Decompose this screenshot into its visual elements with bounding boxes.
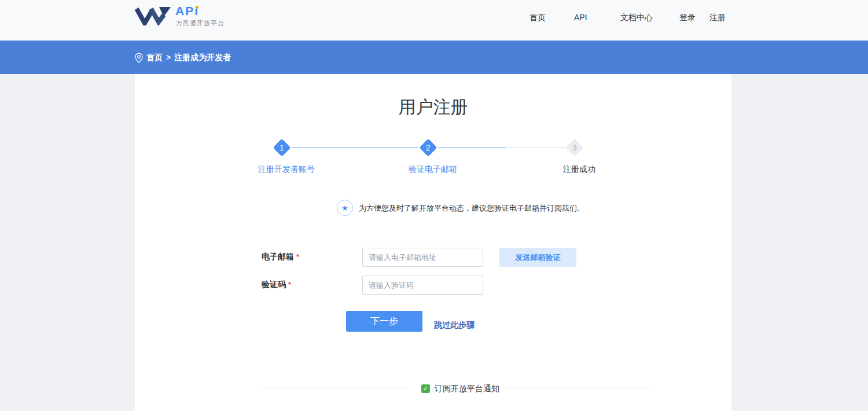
page-title: 用户注册 xyxy=(135,95,731,119)
breadcrumb: 首页>注册成为开发者 xyxy=(146,53,231,63)
page: APi 万邑通开放平台 首页 API 文档中心 登录 注册 首页>注册成为开发者… xyxy=(0,0,868,411)
star-icon: ★ xyxy=(337,200,353,216)
step-3-label: 注册成功 xyxy=(527,164,631,174)
code-label: 验证码* xyxy=(262,280,291,289)
logo-subtitle: 万邑通开放平台 xyxy=(176,19,225,28)
skip-step-link[interactable]: 跳过此步骤 xyxy=(434,320,475,329)
nav-item-api[interactable]: API xyxy=(574,13,587,22)
nav-item-register[interactable]: 注册 xyxy=(709,13,726,22)
step-3-number: 3 xyxy=(572,144,577,152)
step-connector-2-3-done xyxy=(438,147,506,148)
email-required-asterisk: * xyxy=(296,252,299,261)
subscribe-label[interactable]: 订阅开放平台通知 xyxy=(435,384,499,393)
step-2-label: 验证电子邮箱 xyxy=(381,164,485,174)
logo-api-text: APi xyxy=(175,5,199,17)
verification-code-input[interactable] xyxy=(362,276,483,295)
step-2-number: 2 xyxy=(426,144,431,152)
nav-item-docs[interactable]: 文档中心 xyxy=(620,13,653,22)
location-pin-icon xyxy=(135,53,143,63)
step-connector-1-2 xyxy=(292,147,418,148)
divider-left xyxy=(260,388,408,388)
step-1-diamond: 1 xyxy=(273,138,290,156)
step-connector-2-3-pending xyxy=(506,147,565,148)
divider-right xyxy=(506,388,653,388)
step-2-diamond: 2 xyxy=(419,138,437,156)
breadcrumb-bar: 首页>注册成为开发者 xyxy=(0,41,868,74)
step-3-diamond: 3 xyxy=(565,138,583,156)
top-header: APi 万邑通开放平台 首页 API 文档中心 登录 注册 xyxy=(0,0,868,41)
email-input[interactable] xyxy=(362,248,483,267)
nav-item-home[interactable]: 首页 xyxy=(529,13,546,22)
w-arrow-logo-icon xyxy=(135,6,171,25)
notice-text: 为方便您及时了解开放平台动态，建议您验证电子邮箱并订阅我们。 xyxy=(359,204,584,212)
send-email-verification-button[interactable]: 发送邮箱验证 xyxy=(499,248,576,267)
nav-item-login[interactable]: 登录 xyxy=(679,13,696,22)
step-1-label: 注册开发者账号 xyxy=(234,164,339,174)
code-required-asterisk: * xyxy=(288,280,291,289)
breadcrumb-current: 注册成为开发者 xyxy=(174,53,231,62)
breadcrumb-home-link[interactable]: 首页 xyxy=(146,53,163,62)
logo[interactable]: APi 万邑通开放平台 xyxy=(135,5,262,28)
subscribe-checkbox[interactable]: ✓ xyxy=(421,384,430,393)
register-card: 用户注册 1 2 3 注册开发者账号 验证电子邮箱 注册成功 ★ 为方便您及时了… xyxy=(135,74,731,411)
breadcrumb-separator: > xyxy=(166,53,171,62)
checkmark-icon: ✓ xyxy=(423,386,428,392)
logo-i-orange-dot: i xyxy=(194,5,199,17)
step-1-number: 1 xyxy=(279,144,284,152)
email-label: 电子邮箱* xyxy=(262,252,299,262)
next-step-button[interactable]: 下一步 xyxy=(346,311,422,332)
